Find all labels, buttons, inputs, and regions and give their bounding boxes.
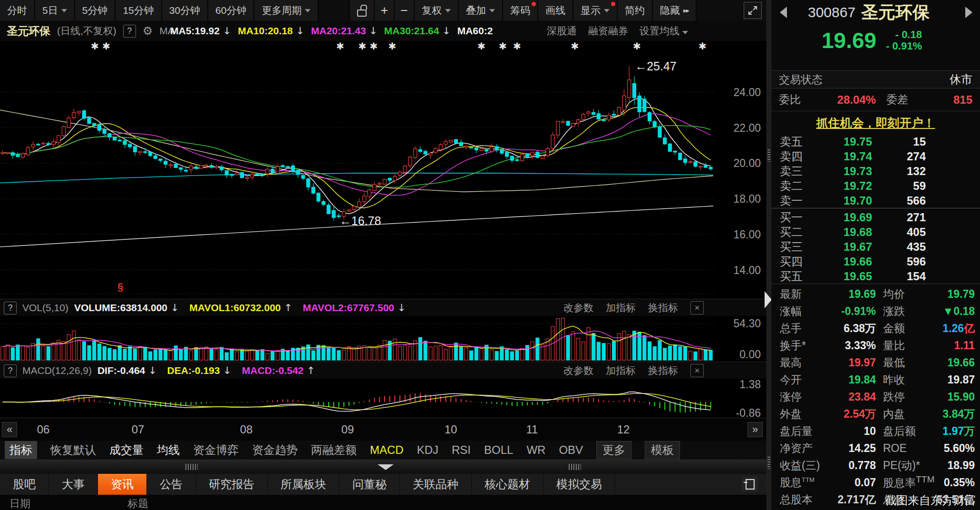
quote-label: 金额	[883, 321, 930, 336]
price-tick: 16.00	[733, 228, 761, 241]
horizontal-splitter[interactable]	[0, 460, 767, 474]
event-marker-icon: ✱	[91, 41, 99, 51]
timeframe-intraday[interactable]: 分时	[0, 0, 35, 21]
zoom-in-button[interactable]: +	[375, 0, 395, 21]
sell-order-row[interactable]: 卖四19.74274	[771, 149, 980, 164]
lock-icon[interactable]	[350, 0, 375, 21]
tab-research-reports[interactable]: 研究报告	[196, 474, 268, 495]
macd-chart-svg[interactable]	[0, 379, 713, 418]
macd-chart-pane[interactable]: 1.38-0.86	[0, 379, 767, 418]
ind-more-button[interactable]: 更多	[596, 441, 631, 459]
next-stock-icon[interactable]	[965, 7, 972, 18]
zoom-out-button[interactable]: −	[395, 0, 415, 21]
simple-mode-button[interactable]: 简约	[618, 0, 653, 21]
timeframe-30min[interactable]: 30分钟	[162, 0, 208, 21]
price-chart-pane[interactable]: ✱✱✱✱✱✱✱✱✱✱✱✱§←25.47←16.78 24.0022.0020.0…	[0, 41, 767, 299]
splitter-grip[interactable]	[767, 149, 770, 162]
tab-news[interactable]: 资讯	[98, 474, 147, 495]
volume-chart-svg[interactable]	[0, 316, 713, 362]
buy-order-row[interactable]: 买五19.65154	[771, 269, 980, 284]
ind-obv[interactable]: OBV	[559, 443, 583, 457]
tab-related-instruments[interactable]: 关联品种	[400, 474, 472, 495]
open-account-ad-link[interactable]: 抓住机会，即刻开户！	[771, 112, 980, 133]
close-icon[interactable]: ×	[690, 301, 704, 314]
tab-big-events[interactable]: 大事	[49, 474, 98, 495]
ind-macd[interactable]: MACD	[370, 443, 404, 457]
high-annotation: ←25.47	[635, 59, 677, 73]
splitter-grip[interactable]	[185, 464, 198, 470]
tab-simulated-trading[interactable]: 模拟交易	[543, 474, 615, 495]
indicator-menu[interactable]: 指标	[5, 441, 37, 459]
prev-stock-icon[interactable]	[780, 7, 787, 18]
sell-order-row[interactable]: 卖五19.7515	[771, 134, 980, 149]
hide-button[interactable]: 隐藏▸▸	[653, 0, 697, 21]
order-level-label: 卖五	[780, 134, 811, 149]
szse-connect-link[interactable]: 深股通	[547, 24, 577, 38]
tab-ask-secretary[interactable]: 问董秘	[340, 474, 400, 495]
ind-volume[interactable]: 成交量	[109, 442, 144, 458]
timeframe-5day[interactable]: 5日	[35, 0, 75, 21]
pane-control-加指标[interactable]: 加指标	[606, 301, 636, 314]
buy-order-row[interactable]: 买二19.68405	[771, 225, 980, 239]
timeframe-5min[interactable]: 5分钟	[75, 0, 116, 21]
expand-chart-icon[interactable]	[765, 291, 772, 308]
scroll-left-icon[interactable]: «	[2, 422, 17, 437]
overlay-button[interactable]: 叠加	[459, 0, 503, 21]
tab-guba[interactable]: 股吧	[0, 474, 49, 495]
more-periods-button[interactable]: 更多周期	[254, 0, 319, 21]
sell-order-row[interactable]: 卖二19.7259	[771, 178, 980, 193]
tab-core-topics[interactable]: 核心题材	[472, 474, 543, 495]
pane-control-改参数[interactable]: 改参数	[563, 301, 593, 314]
ind-fund-trend[interactable]: 资金趋势	[252, 442, 298, 458]
ind-boll[interactable]: BOLL	[484, 443, 513, 457]
ind-wr[interactable]: WR	[526, 443, 545, 457]
adjust-price-button[interactable]: 复权	[415, 0, 459, 21]
splitter-grip[interactable]	[767, 457, 770, 469]
scroll-right-icon[interactable]: »	[747, 422, 763, 437]
pane-control-换指标[interactable]: 换指标	[648, 364, 678, 377]
sell-order-row[interactable]: 卖三19.73132	[771, 164, 980, 178]
help-icon[interactable]: ?	[4, 364, 17, 377]
margin-trading-link[interactable]: 融资融券	[588, 24, 628, 38]
expand-panel-button[interactable]	[742, 477, 758, 492]
pane-control-改参数[interactable]: 改参数	[563, 364, 593, 377]
price-chart-svg[interactable]: ✱✱✱✱✱✱✱✱✱✱✱✱§←25.47←16.78	[0, 41, 713, 299]
pane-control-换指标[interactable]: 换指标	[648, 301, 678, 314]
buy-order-row[interactable]: 买四19.66596	[771, 254, 980, 269]
pane-control-加指标[interactable]: 加指标	[606, 364, 636, 377]
month-label: 11	[526, 423, 538, 436]
fullscreen-icon[interactable]	[744, 2, 762, 19]
timeframe-60min[interactable]: 60分钟	[208, 0, 254, 21]
gear-icon[interactable]: ⚙	[143, 24, 153, 38]
tab-sectors[interactable]: 所属板块	[268, 474, 340, 495]
sell-order-row[interactable]: 卖一19.70566	[771, 193, 980, 208]
order-price: 19.72	[811, 179, 872, 193]
chip-distribution-button[interactable]: 筹码	[503, 0, 538, 21]
tab-announcements[interactable]: 公告	[147, 474, 196, 495]
quote-value: 5.60%	[930, 442, 975, 455]
volume-chart-pane[interactable]: 54.300.00	[0, 316, 767, 362]
splitter-grip[interactable]	[569, 464, 581, 470]
help-icon[interactable]: ?	[4, 302, 17, 314]
event-marker-icon: ✱	[499, 41, 507, 51]
ind-ma[interactable]: 均线	[157, 442, 180, 458]
vertical-splitter[interactable]	[767, 0, 771, 510]
quote-row: 换手*3.33%量比1.11	[771, 337, 980, 354]
help-icon[interactable]: ?	[123, 25, 136, 38]
restore-default-button[interactable]: 恢复默认	[50, 442, 96, 458]
close-icon[interactable]: ×	[690, 364, 704, 377]
draw-line-button[interactable]: 画线	[538, 0, 573, 21]
quote-value: 19.66	[930, 356, 975, 369]
ind-fund-game[interactable]: 资金博弈	[193, 442, 239, 458]
buy-order-row[interactable]: 买三19.67435	[771, 239, 980, 254]
timeframe-15min[interactable]: 15分钟	[116, 0, 162, 21]
collapse-panel-icon[interactable]	[378, 464, 394, 470]
ma-settings-button[interactable]: 设置均线	[640, 24, 688, 38]
quote-label: 跌停	[883, 390, 930, 404]
display-button[interactable]: 显示	[573, 0, 618, 21]
ind-kdj[interactable]: KDJ	[417, 443, 438, 457]
buy-order-row[interactable]: 买一19.69271	[771, 210, 980, 225]
ind-template-button[interactable]: 模板	[645, 441, 680, 459]
ind-margin-diff[interactable]: 两融差额	[311, 442, 357, 458]
ind-rsi[interactable]: RSI	[452, 443, 471, 457]
